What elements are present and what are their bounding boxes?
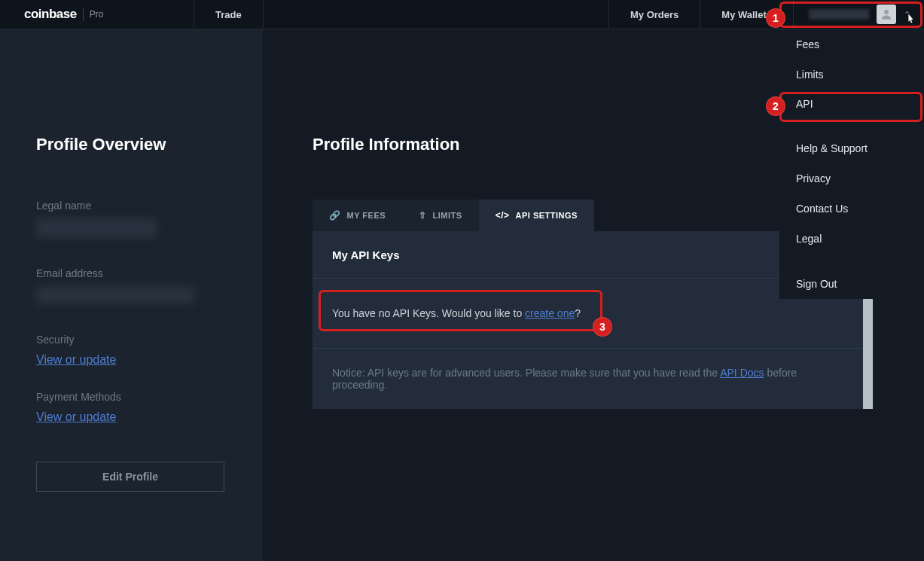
tab-my-fees[interactable]: 🔗 MY FEES	[313, 200, 402, 231]
field-security: Security View or update	[36, 334, 227, 367]
dropdown-spacer-2	[779, 254, 924, 269]
email-value-redacted	[36, 287, 194, 303]
brand-sub: Pro	[90, 9, 104, 20]
svg-point-0	[884, 10, 889, 14]
dropdown-privacy[interactable]: Privacy	[779, 163, 924, 194]
tab-api-settings[interactable]: </> API SETTINGS	[479, 200, 594, 231]
payment-link[interactable]: View or update	[36, 410, 116, 423]
field-legal-name: Legal name	[36, 200, 227, 237]
security-link[interactable]: View or update	[36, 353, 116, 366]
email-label: Email address	[36, 267, 227, 279]
tab-fees-label: MY FEES	[347, 211, 386, 220]
avatar	[877, 5, 896, 24]
profile-sidebar: Profile Overview Legal name Email addres…	[0, 29, 263, 561]
user-dropdown: Fees Limits API Help & Support Privacy C…	[779, 29, 924, 299]
dropdown-signout[interactable]: Sign Out	[779, 269, 924, 299]
dropdown-fees[interactable]: Fees	[779, 29, 924, 59]
tab-api-label: API SETTINGS	[516, 211, 578, 220]
no-keys-text-2: ?	[575, 307, 581, 319]
edit-profile-button[interactable]: Edit Profile	[36, 462, 224, 492]
brand[interactable]: coinbase Pro	[0, 0, 194, 29]
field-email: Email address	[36, 267, 227, 303]
chevron-up-icon: ⌃	[904, 10, 910, 20]
legal-name-label: Legal name	[36, 200, 227, 212]
no-keys-text-1: You have no API Keys. Would you like to	[332, 307, 525, 319]
nav-trade[interactable]: Trade	[194, 0, 264, 29]
top-navigation: coinbase Pro Trade My Orders My Wallets …	[0, 0, 924, 29]
dropdown-limits[interactable]: Limits	[779, 59, 924, 90]
user-menu-trigger[interactable]: ⌃	[794, 0, 924, 29]
brand-main: coinbase	[24, 7, 77, 22]
nav-spacer	[264, 0, 608, 29]
tab-limits[interactable]: ⇧ LIMITS	[402, 200, 479, 231]
create-one-link[interactable]: create one	[525, 307, 575, 319]
payment-label: Payment Methods	[36, 391, 227, 403]
nav-my-orders[interactable]: My Orders	[608, 0, 700, 29]
user-name-redacted	[809, 9, 869, 20]
brand-divider	[83, 8, 84, 21]
field-payment: Payment Methods View or update	[36, 391, 227, 424]
api-keys-heading: My API Keys	[332, 248, 399, 261]
sidebar-title: Profile Overview	[36, 135, 227, 154]
legal-name-value-redacted	[36, 219, 157, 237]
dropdown-spacer	[779, 118, 924, 133]
dropdown-contact[interactable]: Contact Us	[779, 194, 924, 224]
upload-icon: ⇧	[419, 210, 427, 221]
dropdown-legal[interactable]: Legal	[779, 224, 924, 254]
notice-message: Notice: API keys are for advanced users.…	[313, 349, 873, 409]
dropdown-api[interactable]: API	[779, 90, 924, 118]
security-label: Security	[36, 334, 227, 346]
api-docs-link[interactable]: API Docs	[720, 367, 764, 379]
link-icon: 🔗	[329, 210, 341, 221]
code-icon: </>	[496, 210, 510, 221]
dropdown-help[interactable]: Help & Support	[779, 133, 924, 163]
nav-my-wallets[interactable]: My Wallets	[700, 0, 794, 29]
tab-limits-label: LIMITS	[433, 211, 462, 220]
notice-text-1: Notice: API keys are for advanced users.…	[332, 367, 720, 379]
